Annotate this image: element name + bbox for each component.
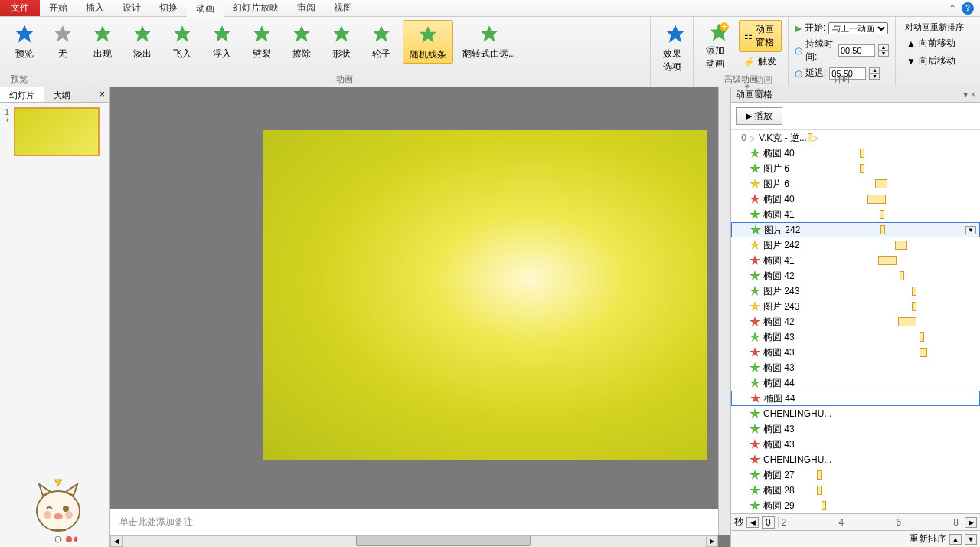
anim-list-item[interactable]: 椭圆 44	[731, 375, 980, 391]
group-label-preview: 预览	[0, 74, 38, 85]
svg-point-25	[55, 536, 61, 542]
svg-marker-12	[666, 25, 684, 42]
svg-marker-7	[293, 25, 310, 42]
spinner-up[interactable]: ▲	[878, 44, 889, 51]
menu-transitions[interactable]: 切换	[150, 0, 187, 18]
anim-effect-淡出[interactable]: 淡出	[124, 20, 161, 64]
tab-outline[interactable]: 大纲	[44, 87, 80, 102]
svg-marker-1	[54, 25, 71, 42]
slide-number: 1	[5, 107, 11, 116]
minimize-ribbon-icon[interactable]: ⌃	[946, 2, 959, 15]
svg-marker-5	[214, 25, 230, 42]
play-button[interactable]: ▶ 播放	[736, 107, 782, 125]
anim-list-item[interactable]: 椭圆 43	[731, 329, 980, 345]
anim-list-item[interactable]: 椭圆 40	[731, 192, 980, 207]
scroll-thumb[interactable]	[356, 536, 531, 546]
anim-effect-出现[interactable]: 出现	[84, 20, 121, 64]
menu-home[interactable]: 开始	[40, 0, 77, 18]
play-icon: ▶	[795, 23, 802, 34]
anim-list-item[interactable]: 椭圆 41	[731, 253, 980, 268]
slide-canvas[interactable]	[263, 130, 707, 460]
anim-list-item[interactable]: 椭圆 27	[731, 467, 980, 483]
anim-list-item[interactable]: 图片 242▼	[731, 222, 980, 237]
anim-list-item[interactable]: 图片 242	[731, 237, 980, 253]
pane-close-icon[interactable]: ×	[971, 90, 975, 99]
pane-dropdown-icon[interactable]: ▼	[962, 90, 969, 99]
scroll-right-arrow[interactable]: ▶	[706, 536, 718, 547]
pane-icon: ⚏	[744, 31, 753, 41]
effect-options-button[interactable]: 效果选项	[657, 20, 694, 75]
start-select[interactable]: 与上一动画...	[828, 22, 888, 34]
help-icon[interactable]: ?	[962, 2, 974, 15]
group-label-advanced: 高级动画	[694, 74, 788, 85]
anim-list-item[interactable]: 椭圆 42	[731, 268, 980, 283]
anim-list-item[interactable]: 椭圆 28	[731, 483, 980, 498]
anim-effect-劈裂[interactable]: 劈裂	[243, 20, 280, 64]
notes-panel[interactable]: 单击此处添加备注	[110, 509, 718, 535]
seconds-label: 秒	[734, 516, 743, 529]
svg-marker-0	[15, 25, 33, 42]
svg-point-16	[37, 491, 80, 531]
duration-input[interactable]	[838, 44, 875, 57]
preview-button[interactable]: 预览	[6, 20, 43, 62]
reorder-down-button[interactable]: ▼	[965, 534, 977, 545]
anim-list-item[interactable]: CHENLINGHU...	[731, 452, 980, 467]
spinner-up[interactable]: ▲	[869, 67, 880, 74]
anim-list-item[interactable]: 图片 243	[731, 299, 980, 314]
animation-pane-button[interactable]: ⚏动画窗格	[739, 20, 782, 52]
scroll-left-arrow[interactable]: ◀	[110, 536, 122, 547]
zoom-in-button[interactable]: ▶	[965, 517, 977, 528]
anim-list-item[interactable]: 椭圆 29	[731, 498, 980, 513]
anim-list-item[interactable]: 图片 243	[731, 283, 980, 299]
animation-list[interactable]: 0▷V.K克 - 逆...▷椭圆 40图片 6图片 6椭圆 40椭圆 41图片 …	[731, 130, 980, 513]
anim-list-item[interactable]: 椭圆 42	[731, 314, 980, 329]
animation-indicator-icon: ✦	[5, 116, 11, 124]
menu-review[interactable]: 审阅	[288, 0, 325, 18]
anim-list-item[interactable]: 椭圆 44	[731, 391, 980, 406]
anim-list-item[interactable]: CHENLINGHU...	[731, 406, 980, 421]
menu-animations[interactable]: 动画	[187, 0, 224, 18]
anim-list-item[interactable]: 0▷V.K克 - 逆...▷	[731, 130, 980, 146]
tab-slides[interactable]: 幻灯片	[0, 87, 44, 102]
add-animation-button[interactable]: + 添加动画	[700, 20, 739, 72]
anim-effect-翻转式由远...[interactable]: 翻转式由远...	[456, 20, 522, 64]
move-earlier-button[interactable]: ▲向前移动	[902, 34, 974, 52]
spinner-down[interactable]: ▼	[878, 51, 889, 57]
menu-insert[interactable]: 插入	[77, 0, 113, 18]
svg-point-22	[44, 511, 51, 519]
anim-effect-飞入[interactable]: 飞入	[164, 20, 201, 64]
menu-design[interactable]: 设计	[113, 0, 150, 18]
horizontal-scrollbar[interactable]: ◀ ▶	[110, 535, 718, 547]
anim-list-item[interactable]: 图片 6	[731, 176, 980, 192]
anim-effect-擦除[interactable]: 擦除	[283, 20, 320, 64]
close-panel-button[interactable]: ×	[95, 87, 109, 102]
anim-list-item[interactable]: 椭圆 40	[731, 146, 980, 161]
slide-editor[interactable]: 单击此处添加备注 ◀ ▶	[110, 87, 730, 547]
menu-slideshow[interactable]: 幻灯片放映	[224, 0, 288, 18]
anim-effect-无[interactable]: 无	[44, 20, 81, 64]
anim-list-item[interactable]: 椭圆 41	[731, 207, 980, 222]
svg-marker-3	[134, 25, 151, 42]
add-animation-label: 添加动画	[706, 44, 733, 70]
anim-list-item[interactable]: 椭圆 43	[731, 360, 980, 375]
file-menu[interactable]: 文件	[0, 0, 40, 16]
anim-list-item[interactable]: 椭圆 43	[731, 421, 980, 437]
anim-list-item[interactable]: 图片 6	[731, 161, 980, 176]
svg-marker-11	[481, 25, 498, 42]
anim-list-item[interactable]: 椭圆 43	[731, 437, 980, 452]
anim-effect-浮入[interactable]: 浮入	[204, 20, 240, 64]
trigger-button[interactable]: ⚡触发	[739, 53, 782, 70]
menu-view[interactable]: 视图	[325, 0, 361, 18]
anim-list-item[interactable]: 椭圆 43	[731, 345, 980, 360]
anim-effect-形状[interactable]: 形状	[323, 20, 360, 64]
anim-effect-随机线条[interactable]: 随机线条	[403, 20, 453, 64]
slide-thumbnail[interactable]: 1 ✦	[5, 107, 105, 156]
svg-point-21	[54, 513, 63, 519]
down-arrow-icon: ▼	[906, 56, 916, 67]
start-label: 开始:	[805, 21, 825, 34]
move-later-button[interactable]: ▼向后移动	[902, 52, 974, 70]
zoom-out-button[interactable]: ◀	[746, 517, 759, 528]
reorder-up-button[interactable]: ▲	[949, 534, 962, 545]
anim-effect-轮子[interactable]: 轮子	[363, 20, 400, 64]
vertical-scrollbar[interactable]	[718, 87, 730, 535]
